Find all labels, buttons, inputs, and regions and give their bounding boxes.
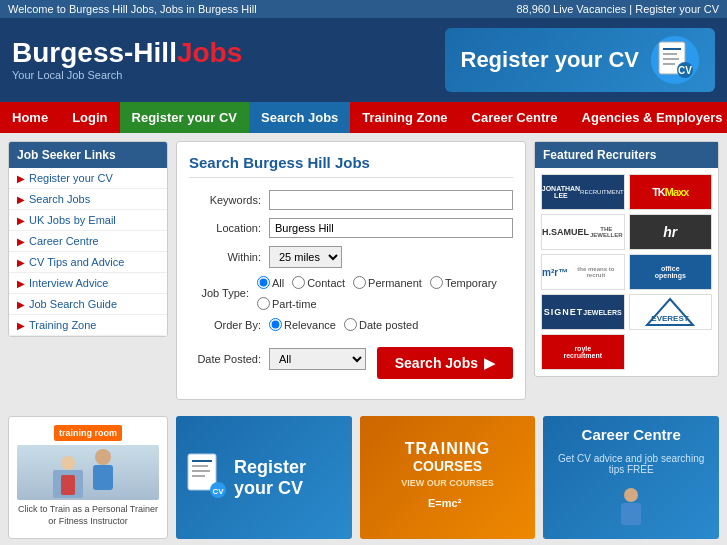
orderby-radios: Relevance Date posted <box>269 318 418 331</box>
svg-text:E=mc²: E=mc² <box>428 497 462 509</box>
sidebar-item-job-guide[interactable]: ▶ Job Search Guide <box>9 294 167 315</box>
within-row: Within: 25 miles 5 miles 10 miles 15 mil… <box>189 246 513 268</box>
logo-area: Burgess-HillJobs Your Local Job Search <box>12 39 242 81</box>
featured-box: Featured Recruiters JONATHANLEERECRUITME… <box>534 141 719 377</box>
within-label: Within: <box>189 251 269 263</box>
nav-training-zone[interactable]: Training Zone <box>350 102 459 133</box>
jobtype-permanent[interactable]: Permanent <box>353 276 422 289</box>
recruiter-hr[interactable]: hr <box>629 214 713 250</box>
training-room-text: Click to Train as a Personal Trainer or … <box>17 504 159 527</box>
banner-career-centre[interactable]: Career Centre Get CV advice and job sear… <box>543 416 719 539</box>
keywords-row: Keywords: <box>189 190 513 210</box>
top-bar-left: Welcome to Burgess Hill Jobs, Jobs in Bu… <box>8 3 257 15</box>
arrow-icon: ▶ <box>17 194 25 205</box>
sidebar-item-uk-jobs[interactable]: ▶ UK Jobs by Email <box>9 210 167 231</box>
svg-text:EVEREST: EVEREST <box>652 314 689 323</box>
svg-rect-17 <box>192 470 210 472</box>
jobtype-all[interactable]: All <box>257 276 284 289</box>
jobtype-label: Job Type: <box>189 287 257 299</box>
arrow-icon: ▶ <box>17 236 25 247</box>
svg-point-9 <box>95 449 111 465</box>
recruiter-everest[interactable]: EVEREST <box>629 294 713 330</box>
banner-register-cv[interactable]: CV Register your CV <box>176 416 352 539</box>
svg-rect-16 <box>192 465 208 467</box>
search-title: Search Burgess Hill Jobs <box>189 154 513 178</box>
main-content: Job Seeker Links ▶ Register your CV ▶ Se… <box>0 133 727 416</box>
sidebar-link-search-jobs[interactable]: Search Jobs <box>29 193 90 205</box>
dateposted-row: Date Posted: All Today Last 3 days Last … <box>189 339 513 379</box>
recruiter-royle[interactable]: roylerecruitment <box>541 334 625 370</box>
career-person-icon <box>616 487 646 529</box>
left-sidebar: Job Seeker Links ▶ Register your CV ▶ Se… <box>8 141 168 408</box>
svg-rect-18 <box>192 475 205 477</box>
sidebar-item-interview[interactable]: ▶ Interview Advice <box>9 273 167 294</box>
right-sidebar: Featured Recruiters JONATHANLEERECRUITME… <box>534 141 719 408</box>
recruiter-hsamuel[interactable]: H.SAMUELTHE JEWELLER <box>541 214 625 250</box>
dateposted-select[interactable]: All Today Last 3 days Last week Last 2 w… <box>269 348 366 370</box>
sidebar-item-training-zone[interactable]: ▶ Training Zone <box>9 315 167 336</box>
arrow-icon: ▶ <box>17 257 25 268</box>
jobtype-radios: All Contact Permanent Temporary Part-tim… <box>257 276 513 310</box>
svg-text:CV: CV <box>212 487 224 496</box>
location-row: Location: <box>189 218 513 238</box>
location-input[interactable] <box>269 218 513 238</box>
training-courses-line3: VIEW OUR COURSES <box>401 478 494 488</box>
sidebar-link-cv-tips[interactable]: CV Tips and Advice <box>29 256 124 268</box>
register-cv-doc-icon: CV <box>186 452 226 504</box>
orderby-dateposted[interactable]: Date posted <box>344 318 418 331</box>
svg-rect-10 <box>93 465 113 490</box>
orderby-relevance[interactable]: Relevance <box>269 318 336 331</box>
sidebar-item-search-jobs[interactable]: ▶ Search Jobs <box>9 189 167 210</box>
career-centre-text: Get CV advice and job searching tips FRE… <box>553 453 709 475</box>
recruiter-signet[interactable]: SIGNETJEWELERS <box>541 294 625 330</box>
training-room-logo: training room <box>54 425 122 441</box>
recruiter-office[interactable]: officeopenings <box>629 254 713 290</box>
within-select[interactable]: 25 miles 5 miles 10 miles 15 miles 20 mi… <box>269 246 342 268</box>
svg-rect-3 <box>663 58 679 60</box>
sidebar-item-career-centre[interactable]: ▶ Career Centre <box>9 231 167 252</box>
top-bar-right: 88,960 Live Vacancies | Register your CV <box>516 3 719 15</box>
banner-training-courses[interactable]: TRAINING COURSES VIEW OUR COURSES E=mc² <box>360 416 536 539</box>
sidebar-box: Job Seeker Links ▶ Register your CV ▶ Se… <box>8 141 168 337</box>
jobtype-row: Job Type: All Contact Permanent Temporar… <box>189 276 513 310</box>
recruiter-jonathan-lee[interactable]: JONATHANLEERECRUITMENT <box>541 174 625 210</box>
sidebar-link-job-guide[interactable]: Job Search Guide <box>29 298 117 310</box>
jobtype-temporary[interactable]: Temporary <box>430 276 497 289</box>
nav-home[interactable]: Home <box>0 102 60 133</box>
dateposted-label: Date Posted: <box>189 353 269 365</box>
recruiter-tkmaxx[interactable]: TKMaxx <box>629 174 713 210</box>
recruiter-m2r[interactable]: m²r™the means to recruit <box>541 254 625 290</box>
keywords-input[interactable] <box>269 190 513 210</box>
jobtype-parttime[interactable]: Part-time <box>257 297 317 310</box>
sidebar-item-register-cv[interactable]: ▶ Register your CV <box>9 168 167 189</box>
sidebar-link-register-cv[interactable]: Register your CV <box>29 172 113 184</box>
sidebar-link-training-zone[interactable]: Training Zone <box>29 319 96 331</box>
register-cv-banner-text: Register your CV <box>234 457 342 499</box>
header: Burgess-HillJobs Your Local Job Search R… <box>0 18 727 102</box>
svg-rect-13 <box>61 475 75 495</box>
register-cv-banner[interactable]: Register your CV CV <box>445 28 716 92</box>
nav-register-cv[interactable]: Register your CV <box>120 102 249 133</box>
sidebar-link-career-centre[interactable]: Career Centre <box>29 235 99 247</box>
svg-rect-1 <box>663 48 681 50</box>
jobtype-contact[interactable]: Contact <box>292 276 345 289</box>
sidebar-link-interview[interactable]: Interview Advice <box>29 277 108 289</box>
search-jobs-button[interactable]: Search Jobs ▶ <box>377 347 513 379</box>
main-nav: Home Login Register your CV Search Jobs … <box>0 102 727 133</box>
bottom-banners: training room Click to Train as a Person… <box>0 416 727 545</box>
svg-point-22 <box>624 488 638 502</box>
training-courses-line2: COURSES <box>413 458 482 474</box>
nav-career-centre[interactable]: Career Centre <box>460 102 570 133</box>
nav-agencies[interactable]: Agencies & Employers <box>570 102 727 133</box>
nav-login[interactable]: Login <box>60 102 119 133</box>
sidebar-title: Job Seeker Links <box>9 142 167 168</box>
banner-training-room[interactable]: training room Click to Train as a Person… <box>8 416 168 539</box>
recruiter-grid: JONATHANLEERECRUITMENT TKMaxx H.SAMUELTH… <box>535 168 718 376</box>
logo-sub: Your Local Job Search <box>12 69 242 81</box>
sidebar-link-uk-jobs[interactable]: UK Jobs by Email <box>29 214 116 226</box>
keywords-label: Keywords: <box>189 194 269 206</box>
svg-rect-23 <box>621 503 641 525</box>
nav-search-jobs[interactable]: Search Jobs <box>249 102 350 133</box>
arrow-icon: ▶ <box>17 215 25 226</box>
sidebar-item-cv-tips[interactable]: ▶ CV Tips and Advice <box>9 252 167 273</box>
